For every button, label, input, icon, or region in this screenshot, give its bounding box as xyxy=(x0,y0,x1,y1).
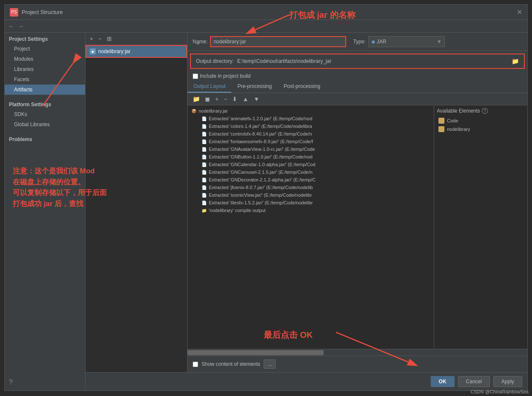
available-help-icon[interactable]: ? xyxy=(482,108,488,114)
output-dir-input[interactable] xyxy=(237,58,508,64)
show-content-checkbox[interactable] xyxy=(193,362,198,367)
name-field-group: Name: xyxy=(193,36,346,47)
tree-item-12[interactable]: 📁 'nodelibrary' compile output xyxy=(188,206,434,214)
type-value: JAR xyxy=(377,39,387,45)
extracted-icon-1: 📄 xyxy=(201,123,207,129)
artifact-list-panel: + − ⊞ ◆ nodelibrary:jar xyxy=(85,33,188,372)
ellipsis-button[interactable]: ... xyxy=(264,359,276,369)
layout-toolbar-block-btn[interactable]: ◼ xyxy=(203,95,212,103)
tree-item-5[interactable]: 📄 Extracted 'GNButton-1.1.0.jar/' (E:/te… xyxy=(188,153,434,161)
sidebar-item-sdks[interactable]: SDKs xyxy=(5,109,85,119)
config-panel: Name: Type: ◆ JAR ▼ xyxy=(188,33,527,372)
output-dir-label: Output directory: xyxy=(196,58,234,64)
extracted-icon-4: 📄 xyxy=(201,146,207,152)
artifact-jar-icon: ◆ xyxy=(90,48,96,54)
copy-artifact-button[interactable]: ⊞ xyxy=(105,34,114,43)
sidebar-item-modules[interactable]: Modules xyxy=(5,54,85,64)
project-structure-dialog: PS Project Structure ✕ ← → Project Setti… xyxy=(4,4,528,391)
type-select[interactable]: ◆ JAR ▼ xyxy=(368,36,445,47)
name-input[interactable] xyxy=(210,36,346,47)
bottom-bar: Show content of elements ... xyxy=(188,356,527,372)
avail-item-nodelibrary[interactable]: nodelibrary xyxy=(437,125,525,133)
apply-button[interactable]: Apply xyxy=(493,376,522,387)
tree-item-label-4: Extracted 'GNAvatarView-1.0-rc.jar/' (E:… xyxy=(209,147,315,152)
artifact-item-nodelibrary-jar[interactable]: ◆ nodelibrary:jar xyxy=(85,45,187,58)
tree-item-6[interactable]: 📄 Extracted 'GNCalendar-1.0-alpha.jar/' … xyxy=(188,161,434,168)
tree-root-item[interactable]: 📦 nodelibrary.jar xyxy=(188,107,434,115)
tab-post-processing[interactable]: Post-processing xyxy=(278,81,326,93)
sidebar-item-artifacts[interactable]: Artifacts xyxy=(5,85,85,95)
output-tree: 📦 nodelibrary.jar 📄 Extracted 'animatefx… xyxy=(188,105,434,349)
include-label: Include in project build xyxy=(200,73,250,79)
scrollbar-thumb[interactable] xyxy=(188,350,324,355)
extracted-icon-7: 📄 xyxy=(201,169,207,175)
extracted-icon-6: 📄 xyxy=(201,161,207,167)
nav-bar: ← → xyxy=(5,20,527,33)
artifacts-panel: + − ⊞ ◆ nodelibrary:jar xyxy=(85,33,527,372)
extracted-icon-0: 📄 xyxy=(201,116,207,122)
tree-item-4[interactable]: 📄 Extracted 'GNAvatarView-1.0-rc.jar/' (… xyxy=(188,145,434,153)
browse-button[interactable]: 📁 xyxy=(512,58,519,65)
ok-button[interactable]: OK xyxy=(431,376,455,387)
layout-toolbar-sort-btn[interactable]: ⬇ xyxy=(230,95,239,103)
problems-label: Problems xyxy=(5,133,85,144)
watermark: CSDN @ChinaRainbowSea xyxy=(470,389,529,394)
forward-button[interactable]: → xyxy=(17,23,24,30)
type-dropdown-arrow: ▼ xyxy=(437,39,442,45)
artifact-item-label: nodelibrary:jar xyxy=(98,48,131,54)
layout-content: 📦 nodelibrary.jar 📄 Extracted 'animatefx… xyxy=(188,105,527,349)
tree-item-label-5: Extracted 'GNButton-1.1.0.jar/' (E:/temp… xyxy=(209,154,313,159)
tree-item-11[interactable]: 📄 Extracted 'tilesfx-1.5.2.jar/' (E:/tem… xyxy=(188,199,434,206)
extracted-icon-10: 📄 xyxy=(201,192,207,198)
available-label: Available Elements xyxy=(437,108,480,114)
back-button[interactable]: ← xyxy=(8,23,15,30)
platform-settings-label: Platform Settings xyxy=(5,98,85,109)
folder-icon-code xyxy=(438,118,444,124)
tree-item-label-11: Extracted 'tilesfx-1.5.2.jar/' (E:/temp/… xyxy=(209,200,313,205)
sidebar-item-global-libraries[interactable]: Global Libraries xyxy=(5,119,85,130)
artifact-list: ◆ nodelibrary:jar xyxy=(85,45,187,372)
include-row: Include in project build xyxy=(188,71,527,81)
sidebar-item-project[interactable]: Project xyxy=(5,44,85,54)
platform-settings-section: Platform Settings SDKs Global Libraries xyxy=(5,98,85,130)
problems-section: Problems xyxy=(5,133,85,144)
output-layout-panel: 📁 ◼ + − ⬇ ▲ ▼ 📦 xyxy=(188,93,527,372)
tree-item-label-8: Extracted 'GNDecorator-2.1.2-alpha.jar/'… xyxy=(209,177,316,182)
tree-item-1[interactable]: 📄 Extracted 'colors-1.4.jar/' (E:/temp/C… xyxy=(188,122,434,130)
include-checkbox[interactable] xyxy=(193,74,198,79)
cancel-button[interactable]: Cancel xyxy=(458,376,490,387)
tree-item-2[interactable]: 📄 Extracted 'controlsfx-8.40.14.jar/' (E… xyxy=(188,130,434,138)
tree-item-label-2: Extracted 'controlsfx-8.40.14.jar/' (E:/… xyxy=(209,131,312,136)
tree-item-3[interactable]: 📄 Extracted 'fontawesomefx-8.9.jar/' (E:… xyxy=(188,138,434,145)
remove-artifact-button[interactable]: − xyxy=(97,34,103,43)
tree-item-10[interactable]: 📄 Extracted 'scenicView.jar/' (E:/temp/C… xyxy=(188,191,434,199)
add-artifact-button[interactable]: + xyxy=(88,34,95,43)
main-panel: + − ⊞ ◆ nodelibrary:jar xyxy=(85,33,527,390)
layout-toolbar-down-btn[interactable]: ▼ xyxy=(252,95,261,103)
tab-output-layout[interactable]: Output Layout xyxy=(188,81,231,93)
horizontal-scrollbar[interactable] xyxy=(188,349,527,356)
help-button[interactable]: ? xyxy=(5,374,85,390)
tree-item-label-10: Extracted 'scenicView.jar/' (E:/temp/Cod… xyxy=(209,192,312,198)
sidebar-item-libraries[interactable]: Libraries xyxy=(5,64,85,74)
layout-toolbar-folder-btn[interactable]: 📁 xyxy=(191,95,202,103)
close-button[interactable]: ✕ xyxy=(517,8,522,16)
layout-toolbar-up-btn[interactable]: ▲ xyxy=(241,95,250,103)
tree-item-label-7: Extracted 'GNCarousel-2.1.5.jar/' (E:/te… xyxy=(209,170,313,175)
titlebar: PS Project Structure ✕ xyxy=(5,5,527,20)
tab-pre-processing[interactable]: Pre-processing xyxy=(231,81,278,93)
layout-toolbar-add-btn[interactable]: + xyxy=(213,95,220,103)
tree-item-9[interactable]: 📄 Extracted 'jfoenix-8.0.7.jar/' (E:/tem… xyxy=(188,184,434,191)
layout-toolbar-remove-btn[interactable]: − xyxy=(222,95,229,103)
sidebar-item-facets[interactable]: Facets xyxy=(5,74,85,85)
avail-item-code[interactable]: Code xyxy=(437,116,525,125)
tree-item-8[interactable]: 📄 Extracted 'GNDecorator-2.1.2-alpha.jar… xyxy=(188,176,434,184)
include-checkbox-area: Include in project build xyxy=(193,73,250,79)
folder-icon-nodelibrary xyxy=(438,126,444,132)
tree-item-0[interactable]: 📄 Extracted 'animatefx-1.2.0.jar/' (E:/t… xyxy=(188,115,434,122)
artifact-toolbar: + − ⊞ xyxy=(85,33,187,45)
dialog-title: Project Structure xyxy=(22,9,517,15)
extracted-icon-3: 📄 xyxy=(201,139,207,144)
tree-item-7[interactable]: 📄 Extracted 'GNCarousel-2.1.5.jar/' (E:/… xyxy=(188,168,434,176)
extracted-icon-5: 📄 xyxy=(201,154,207,160)
